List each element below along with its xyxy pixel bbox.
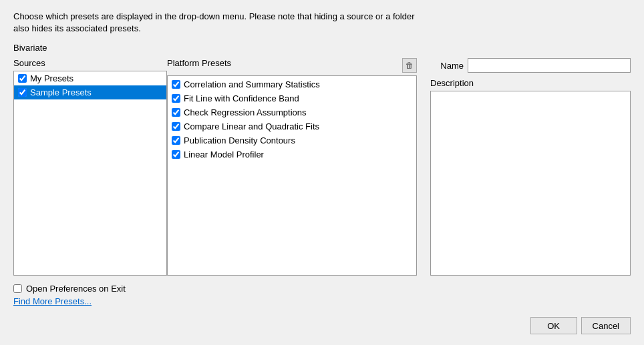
source-checkbox-my-presets[interactable] <box>18 74 27 83</box>
delete-preset-button[interactable]: 🗑 <box>402 58 417 73</box>
preset-item-correlation[interactable]: Correlation and Summary Statistics <box>168 77 416 91</box>
preset-item-check-regression[interactable]: Check Regression Assumptions <box>168 105 416 119</box>
description-textarea[interactable] <box>430 91 631 276</box>
preset-checkbox-correlation[interactable] <box>172 80 180 89</box>
dialog-description: Choose which presets are displayed in th… <box>13 11 428 35</box>
preset-item-publication-density[interactable]: Publication Density Contours <box>168 133 416 147</box>
presets-header-row: Platform Presets 🗑 <box>167 58 417 73</box>
presets-header: Platform Presets <box>167 58 231 68</box>
bottom-area: Open Preferences on Exit Find More Prese… <box>13 284 631 306</box>
name-input[interactable] <box>468 58 631 73</box>
preset-checkbox-linear-model[interactable] <box>172 150 180 159</box>
preset-label-compare-linear: Compare Linear and Quadratic Fits <box>184 121 319 131</box>
preset-item-linear-model[interactable]: Linear Model Profiler <box>168 147 416 161</box>
manage-presets-dialog: Choose which presets are displayed in th… <box>0 0 644 345</box>
preset-item-compare-linear[interactable]: Compare Linear and Quadratic Fits <box>168 119 416 133</box>
sources-list[interactable]: My Presets Sample Presets <box>13 71 167 276</box>
columns-area: Sources My Presets Sample Presets Platfo… <box>13 58 631 276</box>
sources-header: Sources <box>13 58 167 68</box>
button-row: OK Cancel <box>13 317 631 334</box>
preset-label-check-regression: Check Regression Assumptions <box>184 107 307 117</box>
sources-panel: Sources My Presets Sample Presets <box>13 58 167 276</box>
preset-checkbox-compare-linear[interactable] <box>172 122 180 131</box>
find-more-link[interactable]: Find More Presets... <box>13 296 631 306</box>
desc-label: Description <box>430 78 631 88</box>
preset-label-publication-density: Publication Density Contours <box>184 135 295 145</box>
preset-label-fit-line: Fit Line with Confidence Band <box>184 93 299 103</box>
source-label-my-presets: My Presets <box>30 73 73 83</box>
preset-label-linear-model: Linear Model Profiler <box>184 149 264 159</box>
preset-checkbox-fit-line[interactable] <box>172 94 180 103</box>
preset-checkbox-check-regression[interactable] <box>172 108 180 117</box>
source-label-sample-presets: Sample Presets <box>30 87 92 97</box>
open-prefs-checkbox[interactable] <box>13 284 22 293</box>
preset-item-fit-line[interactable]: Fit Line with Confidence Band <box>168 91 416 105</box>
presets-list[interactable]: Correlation and Summary Statistics Fit L… <box>167 75 417 276</box>
preset-label-correlation: Correlation and Summary Statistics <box>184 79 320 89</box>
cancel-button[interactable]: Cancel <box>581 317 631 334</box>
name-desc-panel: Name Description <box>430 58 631 276</box>
name-label: Name <box>430 61 464 71</box>
section-label: Bivariate <box>13 43 631 53</box>
presets-panel: Platform Presets 🗑 Correlation and Summa… <box>167 58 417 276</box>
source-checkbox-sample-presets[interactable] <box>18 88 27 97</box>
open-prefs-row: Open Preferences on Exit <box>13 284 631 294</box>
source-item-sample-presets[interactable]: Sample Presets <box>14 85 166 99</box>
preset-checkbox-publication-density[interactable] <box>172 136 180 145</box>
trash-icon: 🗑 <box>406 61 414 70</box>
open-prefs-label: Open Preferences on Exit <box>26 284 126 294</box>
source-item-my-presets[interactable]: My Presets <box>14 71 166 85</box>
name-row: Name <box>430 58 631 73</box>
ok-button[interactable]: OK <box>530 317 577 334</box>
